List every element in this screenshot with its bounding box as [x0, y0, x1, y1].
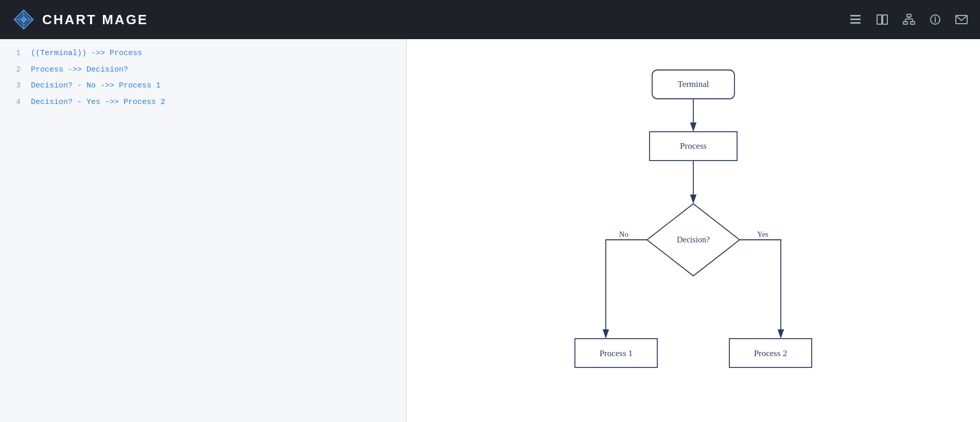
flowchart-svg: Terminal Process Decision? No Process 1 … — [549, 60, 837, 420]
svg-rect-8 — [877, 15, 882, 24]
terminal-label: Terminal — [677, 79, 709, 89]
code-text-1: ((Terminal)) ->> Process — [31, 47, 142, 60]
arrow-decision-no — [606, 240, 647, 338]
line-number-3: 3 — [8, 80, 21, 92]
svg-rect-5 — [850, 15, 861, 16]
svg-rect-10 — [907, 14, 911, 17]
list-icon[interactable] — [849, 14, 862, 25]
header-left: CHART MAGE — [12, 8, 148, 31]
line-number-2: 2 — [8, 64, 21, 76]
hierarchy-icon[interactable] — [903, 14, 915, 25]
code-line-1: 1 ((Terminal)) ->> Process — [0, 45, 406, 62]
process-label: Process — [680, 141, 707, 151]
code-text-2: Process ->> Decision? — [31, 63, 128, 77]
code-text-3: Decision? - No ->> Process 1 — [31, 79, 161, 93]
svg-point-19 — [935, 16, 936, 17]
line-number-4: 4 — [8, 96, 21, 109]
svg-rect-12 — [911, 22, 915, 24]
header: CHART MAGE — [0, 0, 980, 39]
info-icon[interactable] — [930, 14, 941, 25]
diagram-panel: Terminal Process Decision? No Process 1 … — [407, 39, 980, 422]
mail-icon[interactable] — [955, 14, 968, 25]
logo-icon — [12, 8, 35, 31]
no-label: No — [619, 230, 628, 238]
code-text-4: Decision? - Yes ->> Process 2 — [31, 96, 165, 109]
editor-panel: 1 ((Terminal)) ->> Process 2 Process ->>… — [0, 39, 407, 422]
code-line-3: 3 Decision? - No ->> Process 1 — [0, 78, 406, 94]
code-line-2: 2 Process ->> Decision? — [0, 62, 406, 78]
process1-label: Process 1 — [600, 348, 633, 358]
arrow-decision-yes — [740, 240, 781, 338]
line-number-1: 1 — [8, 47, 21, 60]
decision-label: Decision? — [677, 235, 710, 244]
svg-rect-11 — [903, 22, 907, 24]
svg-rect-7 — [850, 22, 861, 24]
svg-rect-6 — [850, 19, 861, 20]
columns-icon[interactable] — [876, 14, 888, 25]
yes-label: Yes — [757, 230, 768, 238]
header-right — [849, 14, 968, 25]
app-title: CHART MAGE — [42, 12, 148, 28]
code-line-4: 4 Decision? - Yes ->> Process 2 — [0, 94, 406, 111]
main: 1 ((Terminal)) ->> Process 2 Process ->>… — [0, 39, 980, 422]
process2-label: Process 2 — [754, 348, 787, 358]
svg-rect-9 — [883, 15, 887, 24]
